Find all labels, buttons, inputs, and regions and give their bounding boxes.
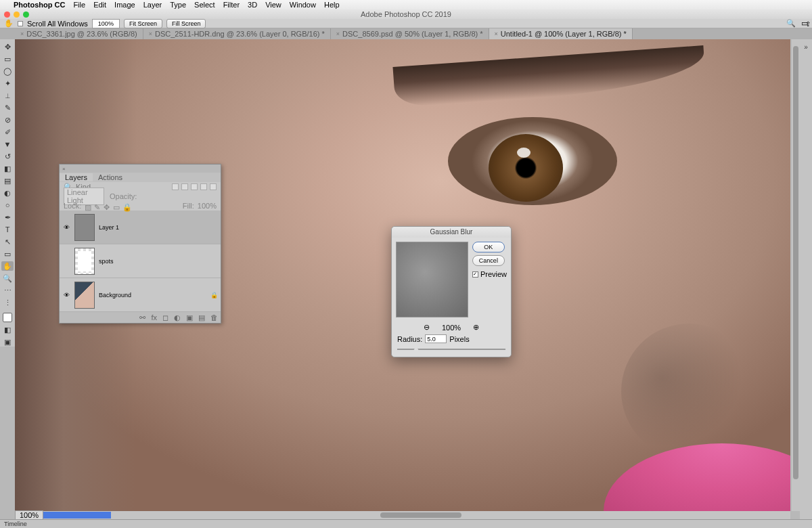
visibility-icon[interactable]: 👁 — [62, 292, 70, 299]
dialog-title[interactable]: Gaussian Blur — [392, 227, 511, 238]
search-icon[interactable]: 🔍 — [786, 19, 796, 28]
menu-3d[interactable]: 3D — [248, 1, 257, 9]
menu-select[interactable]: Select — [194, 1, 215, 9]
hand-tool-icon[interactable]: ✋ — [4, 20, 14, 28]
layer-mask-icon[interactable]: ◻ — [162, 313, 168, 322]
lock-all-icon[interactable]: 🔒 — [122, 203, 129, 209]
layer-thumbnail[interactable] — [74, 248, 95, 275]
fill-value[interactable]: 100% — [198, 202, 217, 210]
lock-artboard-icon[interactable]: ▭ — [113, 203, 119, 209]
menu-layer[interactable]: Layer — [143, 1, 162, 9]
menu-window[interactable]: Window — [290, 1, 316, 9]
maximize-icon[interactable] — [23, 12, 29, 18]
tab-close-icon[interactable]: × — [336, 30, 340, 37]
eyedropper-tool[interactable]: ✎ — [1, 103, 14, 112]
quick-mask-icon[interactable]: ◧ — [1, 325, 14, 334]
radius-input[interactable] — [425, 334, 447, 343]
tab-untitled1[interactable]: ×Untitled-1 @ 100% (Layer 1, RGB/8) * — [489, 28, 633, 39]
history-brush-tool[interactable]: ↺ — [1, 152, 14, 161]
tab-layers[interactable]: Layers — [60, 173, 93, 181]
layer-thumbnail[interactable] — [74, 282, 95, 309]
zoom-out-icon[interactable]: ⊖ — [424, 323, 430, 332]
preview-checkbox[interactable]: ✓ — [472, 271, 478, 278]
path-tool[interactable]: ↖ — [1, 237, 14, 246]
filter-shape-icon[interactable] — [200, 183, 207, 190]
zoom-field[interactable]: 100% — [92, 19, 120, 28]
link-layers-icon[interactable]: ⚯ — [139, 313, 145, 322]
layer-thumbnail[interactable] — [74, 214, 95, 241]
group-icon[interactable]: ▣ — [186, 313, 193, 322]
type-tool[interactable]: T — [1, 225, 14, 234]
blur-tool[interactable]: ◐ — [1, 188, 14, 198]
shape-tool[interactable]: ▭ — [1, 249, 14, 259]
zoom-tool[interactable]: 🔍 — [1, 273, 14, 283]
new-layer-icon[interactable]: ▤ — [198, 313, 205, 322]
menu-help[interactable]: Help — [324, 1, 340, 9]
menu-view[interactable]: View — [265, 1, 281, 9]
menu-file[interactable]: File — [73, 1, 85, 9]
edit-toolbar[interactable]: ⋮ — [1, 298, 14, 307]
lock-position-icon[interactable]: ✥ — [104, 203, 110, 209]
more-tools[interactable]: ⋯ — [1, 286, 14, 295]
lock-transparency-icon[interactable]: ▨ — [85, 203, 91, 209]
scroll-thumb[interactable] — [793, 46, 798, 479]
lock-paint-icon[interactable]: ✎ — [94, 203, 100, 209]
screen-mode-icon[interactable]: ▣ — [1, 337, 14, 347]
filter-smart-icon[interactable] — [210, 183, 217, 190]
healing-brush-tool[interactable]: ⊘ — [1, 115, 14, 125]
layer-row[interactable]: 👁 Background 🔒 — [60, 278, 221, 312]
menu-edit[interactable]: Edit — [93, 1, 106, 9]
crop-tool[interactable]: ⟂ — [1, 91, 14, 100]
foreground-color[interactable] — [3, 313, 12, 322]
layer-name[interactable]: spots — [99, 258, 218, 265]
visibility-icon[interactable]: 👁 — [62, 224, 70, 231]
tab-close-icon[interactable]: × — [495, 30, 498, 37]
radius-slider[interactable] — [392, 349, 511, 357]
zoom-percent[interactable]: 100% — [15, 510, 43, 520]
ok-button[interactable]: OK — [472, 242, 505, 252]
move-tool[interactable]: ✥ — [1, 42, 14, 51]
layers-panel[interactable]: × Layers Actions 🔍 Kind Linear Light Opa… — [59, 164, 221, 324]
panel-close-icon[interactable]: × — [62, 166, 66, 172]
expand-panels-icon[interactable]: » — [804, 43, 808, 51]
fit-screen-button[interactable]: Fit Screen — [124, 19, 162, 28]
layer-row[interactable]: spots — [60, 244, 221, 278]
gradient-tool[interactable]: ▤ — [1, 176, 14, 185]
filter-adjust-icon[interactable] — [181, 183, 188, 190]
slider-thumb[interactable] — [413, 346, 419, 351]
tab-dsc2511[interactable]: ×DSC_2511-HDR.dng @ 23.6% (Layer 0, RGB/… — [143, 28, 331, 39]
share-icon[interactable]: ⇪ — [805, 20, 811, 28]
eraser-tool[interactable]: ◧ — [1, 164, 14, 173]
gaussian-blur-dialog[interactable]: Gaussian Blur OK Cancel ✓ Preview ⊖ 100%… — [391, 226, 512, 357]
vertical-scrollbar[interactable] — [792, 39, 800, 511]
dodge-tool[interactable]: ○ — [1, 200, 14, 210]
hand-tool[interactable]: ✋ — [1, 261, 14, 271]
delete-layer-icon[interactable]: 🗑 — [210, 313, 218, 322]
filter-type-icon[interactable] — [191, 183, 198, 190]
close-icon[interactable] — [4, 12, 10, 18]
timeline-panel-tab[interactable]: Timeline — [0, 519, 812, 528]
stamp-tool[interactable]: ▼ — [1, 139, 14, 149]
scroll-all-checkbox[interactable] — [18, 21, 23, 26]
pen-tool[interactable]: ✒ — [1, 213, 14, 222]
tab-actions[interactable]: Actions — [93, 173, 128, 181]
layer-name[interactable]: Layer 1 — [99, 224, 218, 231]
layer-name[interactable]: Background — [99, 292, 206, 299]
tab-dsc8569[interactable]: ×DSC_8569.psd @ 50% (Layer 1, RGB/8) * — [331, 28, 489, 39]
zoom-in-icon[interactable]: ⊕ — [473, 323, 479, 332]
horizontal-scrollbar[interactable] — [15, 511, 790, 519]
layer-row[interactable]: 👁 Layer 1 — [60, 211, 221, 244]
menu-filter[interactable]: Filter — [223, 1, 240, 9]
adjustment-layer-icon[interactable]: ◐ — [174, 313, 181, 322]
scroll-thumb[interactable] — [380, 512, 461, 518]
cancel-button[interactable]: Cancel — [472, 255, 505, 266]
tab-close-icon[interactable]: × — [149, 30, 152, 37]
lasso-tool[interactable]: ◯ — [1, 66, 14, 76]
brush-tool[interactable]: ✐ — [1, 127, 14, 137]
panel-header[interactable]: × — [60, 164, 221, 173]
fill-screen-button[interactable]: Fill Screen — [166, 19, 206, 28]
layer-effects-icon[interactable]: fx — [151, 313, 157, 322]
magic-wand-tool[interactable]: ✦ — [1, 79, 14, 88]
filter-pixel-icon[interactable] — [172, 183, 179, 190]
tab-close-icon[interactable]: × — [20, 30, 24, 37]
